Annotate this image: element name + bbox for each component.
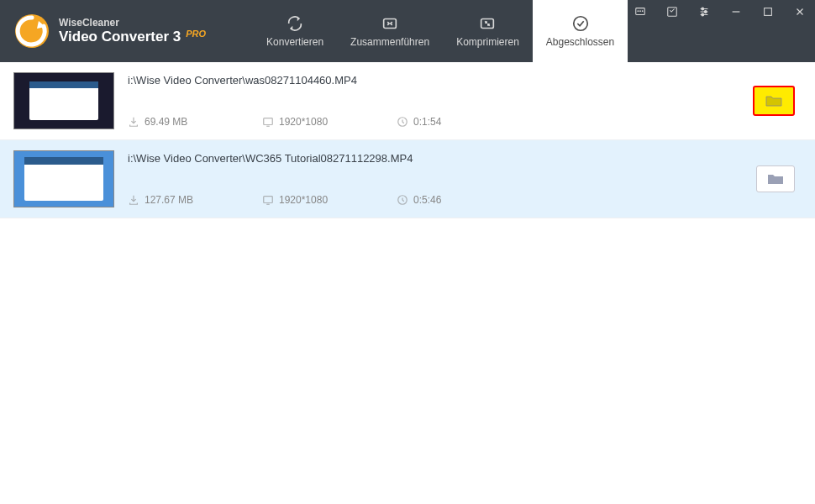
open-folder-button[interactable] xyxy=(756,165,795,192)
minimize-button[interactable] xyxy=(726,2,746,22)
clock-icon xyxy=(397,116,408,128)
file-row[interactable]: i:\Wise Video Converter\was08271104460.M… xyxy=(0,62,815,140)
close-button[interactable] xyxy=(790,2,810,22)
tab-compress[interactable]: Komprimieren xyxy=(443,0,533,62)
file-size: 127.67 MB xyxy=(128,194,245,206)
file-meta: 69.49 MB 1920*1080 0:1:54 xyxy=(128,116,739,128)
video-thumbnail xyxy=(13,150,114,207)
tab-label: Zusammenführen xyxy=(350,36,429,48)
video-thumbnail xyxy=(13,72,114,129)
svg-rect-2 xyxy=(481,19,494,29)
tab-convert[interactable]: Konvertieren xyxy=(253,0,337,62)
logo-section: WiseCleaner Video Converter 3PRO xyxy=(0,0,219,62)
file-path: i:\Wise Video Converter\WC365 Tutorial08… xyxy=(128,152,743,165)
main-tabs: Konvertieren Zusammenführen Komprimier xyxy=(253,0,628,62)
svg-rect-12 xyxy=(264,197,273,203)
check-circle-icon xyxy=(571,14,590,33)
download-icon xyxy=(128,116,139,128)
svg-point-8 xyxy=(702,13,704,16)
file-resolution: 1920*1080 xyxy=(262,116,380,128)
app-logo-icon xyxy=(13,13,50,50)
svg-rect-9 xyxy=(765,8,772,16)
pro-badge: PRO xyxy=(186,29,206,39)
file-size: 69.49 MB xyxy=(128,116,245,128)
completed-list: i:\Wise Video Converter\was08271104460.M… xyxy=(0,62,815,218)
tab-label: Abgeschlossen xyxy=(546,36,614,48)
feedback-button[interactable] xyxy=(630,2,650,22)
file-info: i:\Wise Video Converter\WC365 Tutorial08… xyxy=(128,150,743,207)
file-meta: 127.67 MB 1920*1080 0:5:46 xyxy=(128,194,743,206)
download-icon xyxy=(128,194,139,206)
file-resolution: 1920*1080 xyxy=(262,194,380,206)
maximize-button[interactable] xyxy=(758,2,778,22)
screen-icon xyxy=(262,116,274,128)
file-row[interactable]: i:\Wise Video Converter\WC365 Tutorial08… xyxy=(0,140,815,218)
refresh-icon xyxy=(286,14,304,33)
file-path: i:\Wise Video Converter\was08271104460.M… xyxy=(128,74,739,87)
svg-rect-5 xyxy=(668,8,677,17)
clock-icon xyxy=(397,194,408,206)
screen-icon xyxy=(262,194,274,206)
file-duration: 0:5:46 xyxy=(397,194,514,206)
file-duration: 0:1:54 xyxy=(397,116,514,128)
tasks-button[interactable] xyxy=(662,2,682,22)
tab-completed[interactable]: Abgeschlossen xyxy=(533,0,628,62)
open-folder-button[interactable] xyxy=(753,86,795,116)
tab-label: Komprimieren xyxy=(456,36,519,48)
settings-button[interactable] xyxy=(694,2,714,22)
app-header: WiseCleaner Video Converter 3PRO Konvert… xyxy=(0,0,815,62)
svg-rect-10 xyxy=(264,118,273,125)
folder-icon xyxy=(767,172,784,186)
svg-point-3 xyxy=(573,17,587,31)
compress-icon xyxy=(478,14,497,33)
file-info: i:\Wise Video Converter\was08271104460.M… xyxy=(128,72,739,129)
svg-point-6 xyxy=(702,8,704,10)
product-name: Video Converter 3PRO xyxy=(59,29,206,45)
brand-name: WiseCleaner xyxy=(59,17,206,29)
svg-point-7 xyxy=(704,11,707,13)
tab-label: Konvertieren xyxy=(266,36,323,48)
merge-icon xyxy=(381,14,399,33)
app-title: WiseCleaner Video Converter 3PRO xyxy=(59,17,206,46)
tab-merge[interactable]: Zusammenführen xyxy=(337,0,443,62)
folder-icon xyxy=(765,94,782,108)
window-controls xyxy=(630,2,810,22)
